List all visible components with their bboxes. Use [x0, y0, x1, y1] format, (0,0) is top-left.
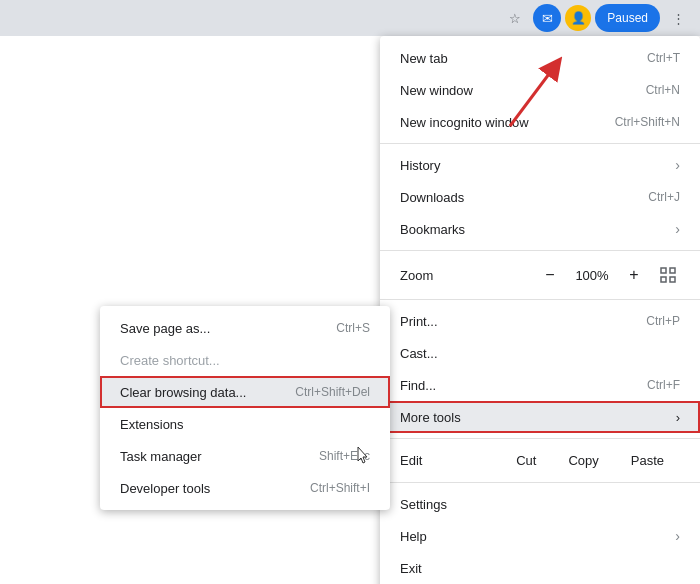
menu-item-exit-label: Exit [400, 561, 422, 576]
paused-label: Paused [607, 11, 648, 25]
avatar[interactable]: 👤 [565, 5, 591, 31]
separator-2 [380, 250, 700, 251]
menu-item-more-tools-label: More tools [400, 410, 461, 425]
zoom-minus-btn[interactable]: − [538, 263, 562, 287]
menu-item-print-shortcut: Ctrl+P [646, 314, 680, 328]
submenu-extensions-label: Extensions [120, 417, 184, 432]
more-tools-arrow-icon: › [676, 410, 680, 425]
menu-item-new-window-shortcut: Ctrl+N [646, 83, 680, 97]
help-arrow-icon: › [675, 528, 680, 544]
menu-item-history-label: History [400, 158, 440, 173]
menu-item-help[interactable]: Help › [380, 520, 700, 552]
submenu-clear-browsing-label: Clear browsing data... [120, 385, 246, 400]
bookmarks-arrow-icon: › [675, 221, 680, 237]
svg-rect-1 [661, 268, 666, 273]
submenu-save-page-label: Save page as... [120, 321, 210, 336]
edit-row: Edit Cut Copy Paste [380, 444, 700, 477]
mail-icon-btn[interactable]: ✉ [533, 4, 561, 32]
submenu-clear-browsing[interactable]: Clear browsing data... Ctrl+Shift+Del [100, 376, 390, 408]
menu-item-help-label: Help [400, 529, 427, 544]
menu-item-print-label: Print... [400, 314, 438, 329]
menu-item-find[interactable]: Find... Ctrl+F [380, 369, 700, 401]
svg-rect-4 [670, 277, 675, 282]
menu-item-incognito[interactable]: New incognito window Ctrl+Shift+N [380, 106, 700, 138]
menu-item-new-tab-shortcut: Ctrl+T [647, 51, 680, 65]
svg-rect-2 [670, 268, 675, 273]
submenu-save-page[interactable]: Save page as... Ctrl+S [100, 312, 390, 344]
submenu-developer-tools-label: Developer tools [120, 481, 210, 496]
submenu-create-shortcut: Create shortcut... [100, 344, 390, 376]
menu-item-new-window[interactable]: New window Ctrl+N [380, 74, 700, 106]
submenu-task-manager-label: Task manager [120, 449, 202, 464]
submenu-clear-browsing-shortcut: Ctrl+Shift+Del [295, 385, 370, 399]
menu-item-downloads-label: Downloads [400, 190, 464, 205]
menu-item-cast-label: Cast... [400, 346, 438, 361]
menu-item-new-tab-label: New tab [400, 51, 448, 66]
submenu-task-manager[interactable]: Task manager Shift+Esc [100, 440, 390, 472]
main-context-menu: New tab Ctrl+T New window Ctrl+N New inc… [380, 36, 700, 584]
zoom-controls: − 100% + [538, 263, 680, 287]
menu-item-settings[interactable]: Settings [380, 488, 700, 520]
separator-4 [380, 438, 700, 439]
menu-item-find-shortcut: Ctrl+F [647, 378, 680, 392]
menu-item-new-tab[interactable]: New tab Ctrl+T [380, 42, 700, 74]
menu-item-settings-label: Settings [400, 497, 447, 512]
menu-item-incognito-shortcut: Ctrl+Shift+N [615, 115, 680, 129]
menu-item-downloads[interactable]: Downloads Ctrl+J [380, 181, 700, 213]
copy-button[interactable]: Copy [552, 451, 614, 470]
cut-button[interactable]: Cut [500, 451, 552, 470]
paste-button[interactable]: Paste [615, 451, 680, 470]
menu-item-exit[interactable]: Exit [380, 552, 700, 584]
zoom-row: Zoom − 100% + [380, 256, 700, 294]
menu-item-more-tools[interactable]: More tools › [380, 401, 700, 433]
separator-3 [380, 299, 700, 300]
menu-item-incognito-label: New incognito window [400, 115, 529, 130]
more-tools-submenu: Save page as... Ctrl+S Create shortcut..… [100, 306, 390, 510]
history-arrow-icon: › [675, 157, 680, 173]
zoom-plus-btn[interactable]: + [622, 263, 646, 287]
submenu-create-shortcut-label: Create shortcut... [120, 353, 220, 368]
menu-item-bookmarks-label: Bookmarks [400, 222, 465, 237]
fullscreen-icon-btn[interactable] [656, 263, 680, 287]
menu-item-find-label: Find... [400, 378, 436, 393]
separator-1 [380, 143, 700, 144]
menu-item-new-window-label: New window [400, 83, 473, 98]
content-area: New tab Ctrl+T New window Ctrl+N New inc… [0, 36, 700, 584]
menu-item-bookmarks[interactable]: Bookmarks › [380, 213, 700, 245]
paused-button[interactable]: Paused [595, 4, 660, 32]
separator-5 [380, 482, 700, 483]
more-options-icon-btn[interactable]: ⋮ [664, 4, 692, 32]
menu-item-cast[interactable]: Cast... [380, 337, 700, 369]
menu-item-print[interactable]: Print... Ctrl+P [380, 305, 700, 337]
zoom-value: 100% [572, 268, 612, 283]
submenu-extensions[interactable]: Extensions [100, 408, 390, 440]
star-icon-btn[interactable]: ☆ [501, 4, 529, 32]
menu-item-history[interactable]: History › [380, 149, 700, 181]
submenu-developer-tools-shortcut: Ctrl+Shift+I [310, 481, 370, 495]
svg-rect-3 [661, 277, 666, 282]
cursor-indicator [356, 445, 370, 468]
submenu-developer-tools[interactable]: Developer tools Ctrl+Shift+I [100, 472, 390, 504]
browser-toolbar: ☆ ✉ 👤 Paused ⋮ [0, 0, 700, 36]
menu-item-downloads-shortcut: Ctrl+J [648, 190, 680, 204]
zoom-label: Zoom [400, 268, 433, 283]
edit-actions: Cut Copy Paste [460, 451, 680, 470]
edit-label: Edit [400, 453, 460, 468]
submenu-save-page-shortcut: Ctrl+S [336, 321, 370, 335]
